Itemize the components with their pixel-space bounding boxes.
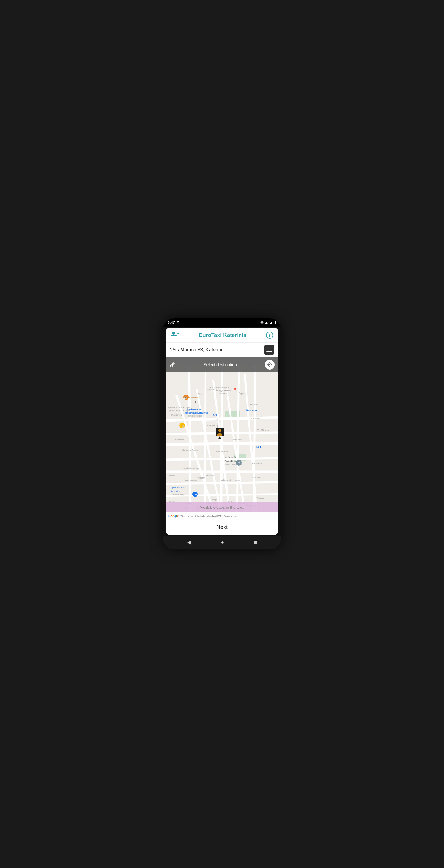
svg-text:Home goods store: Home goods store <box>187 415 204 417</box>
svg-line-12 <box>172 364 173 365</box>
recent-button[interactable]: ■ <box>254 539 258 546</box>
wifi-icon: ▲ <box>265 320 268 324</box>
current-address: 25is Martiou 83, Katerini <box>170 347 222 352</box>
svg-text:Ιερός Ναός: Ιερός Ναός <box>225 456 236 459</box>
attribution-terms[interactable]: Terms of Use <box>224 515 237 517</box>
svg-text:☕: ☕ <box>183 396 187 399</box>
svg-text:Τελαμώνα: Τελαμώνα <box>249 404 258 406</box>
user-menu-icon[interactable] <box>171 331 179 339</box>
svg-point-9 <box>171 366 172 367</box>
svg-rect-1 <box>171 335 177 336</box>
svg-text:Confectionery: Confectionery <box>172 493 184 496</box>
svg-text:Κατάστημα Κατερίνης: Κατάστημα Κατερίνης <box>184 411 208 414</box>
svg-text:TZHI: TZHI <box>256 446 261 448</box>
location-icon: ◎ <box>261 320 263 324</box>
status-bar: 6:47 ⟳ ◎ ▲ ▲ ▮ <box>163 318 281 327</box>
svg-text:25is Martiou: 25is Martiou <box>171 414 182 416</box>
svg-point-14 <box>269 364 270 365</box>
svg-text:Anthimoi: Anthimoi <box>257 497 264 499</box>
svg-text:Chalepa: Chalepa <box>210 498 218 501</box>
svg-text:Agiou Dionisiou: Agiou Dionisiou <box>184 479 197 481</box>
map-container[interactable]: Select destination <box>167 358 277 520</box>
svg-rect-7 <box>266 351 272 352</box>
svg-text:Velissariou: Velissariou <box>216 418 218 428</box>
svg-text:🛍: 🛍 <box>213 412 217 417</box>
svg-rect-2 <box>177 332 179 333</box>
destination-icon <box>169 362 175 368</box>
svg-text:Valaoritou: Valaoritou <box>252 476 261 478</box>
svg-text:✝: ✝ <box>238 461 240 464</box>
nav-bar: ◀ ● ■ <box>163 536 281 549</box>
svg-rect-4 <box>177 335 179 336</box>
map-svg: 25is Martiou 28is Oktovriou Anapafseos G… <box>167 358 277 520</box>
google-logo: Google <box>168 515 178 518</box>
svg-rect-5 <box>266 348 272 348</box>
svg-text:Αντωνίου: Αντωνίου <box>171 490 180 493</box>
location-crosshair-icon[interactable] <box>265 360 275 370</box>
svg-text:Dryado: Dryado <box>169 475 175 476</box>
svg-text:25is Martiou: 25is Martiou <box>216 450 228 453</box>
svg-text:Chimarras: Chimarras <box>175 438 184 440</box>
svg-point-11 <box>173 363 174 364</box>
attribution-keyboard[interactable]: Keyboard shortcuts <box>187 515 205 517</box>
back-button[interactable]: ◀ <box>187 539 191 546</box>
svg-text:Σφουγγαράκης: Σφουγγαράκης <box>215 390 228 392</box>
svg-text:🛍: 🛍 <box>245 408 249 412</box>
battery-icon: ▮ <box>274 320 276 324</box>
svg-text:Πλυντήριο Αυτοκινήτων: Πλυντήριο Αυτοκινήτων <box>209 386 229 389</box>
destination-placeholder[interactable]: Select destination <box>178 362 263 367</box>
svg-text:Ζαχαροπλαστεία: Ζαχαροπλαστεία <box>169 486 186 489</box>
svg-text:🍴: 🍴 <box>181 424 185 428</box>
sync-icon: ⟳ <box>177 320 180 324</box>
svg-text:🛍: 🛍 <box>194 493 197 496</box>
svg-text:📍: 📍 <box>233 387 238 393</box>
svg-text:Gripari: Gripari <box>239 392 245 395</box>
svg-point-0 <box>172 332 175 335</box>
app-title: EuroTaxi Katerinis <box>199 332 246 338</box>
svg-text:Efesou: Efesou <box>198 393 204 395</box>
available-cabs-bar: Available cabs in the area <box>167 502 277 513</box>
svg-text:Konstantinoupoleos: Konstantinoupoleos <box>183 467 199 469</box>
google-attribution: Google Trias Keyboard shortcuts Map data… <box>167 513 277 520</box>
app-container: EuroTaxi Katerinis i 25is Martiou 83, Ka… <box>167 328 277 535</box>
phone-frame: 6:47 ⟳ ◎ ▲ ▲ ▮ EuroTaxi Katerinis i <box>163 318 281 550</box>
svg-text:Amanthis: Amanthis <box>189 397 198 399</box>
svg-text:Car wash: Car wash <box>218 393 227 395</box>
next-button[interactable]: Next <box>167 520 277 535</box>
app-header: EuroTaxi Katerinis i <box>167 328 277 343</box>
home-button[interactable]: ● <box>221 539 224 546</box>
info-icon[interactable]: i <box>266 332 273 339</box>
svg-text:Dafnis: Dafnis <box>235 479 240 481</box>
address-bar: 25is Martiou 83, Katerini <box>167 343 277 358</box>
svg-text:▼: ▼ <box>194 400 197 404</box>
svg-text:28is Oktovriou: 28is Oktovriou <box>257 429 269 431</box>
signal-icon: ▲ <box>269 320 273 324</box>
svg-rect-3 <box>177 333 179 334</box>
svg-text:HomeMart 1o: HomeMart 1o <box>187 408 201 411</box>
svg-text:Valaoritou: Valaoritou <box>206 474 214 476</box>
available-cabs-text: Available cabs in the area <box>200 505 244 510</box>
svg-text:Athanasious Asteriou: Athanasious Asteriou <box>181 449 198 451</box>
attribution-trias: Trias <box>180 515 185 517</box>
svg-text:Makrigianni: Makrigianni <box>220 479 231 481</box>
svg-text:Od. Tyrtaeus: Od. Tyrtaeus <box>252 463 263 464</box>
svg-rect-6 <box>266 350 272 350</box>
svg-text:Anapafseos: Anapafseos <box>251 417 261 419</box>
attribution-mapdata: Map data ©2021 <box>207 515 223 517</box>
address-menu-icon[interactable] <box>264 345 274 355</box>
svg-text:Georgouli: Georgouli <box>206 425 215 427</box>
svg-text:Makedonias: Makedonias <box>233 438 243 440</box>
svg-point-105 <box>218 429 221 432</box>
svg-text:Agrafon: Agrafon <box>198 477 205 479</box>
time-display: 6:47 <box>168 320 175 324</box>
